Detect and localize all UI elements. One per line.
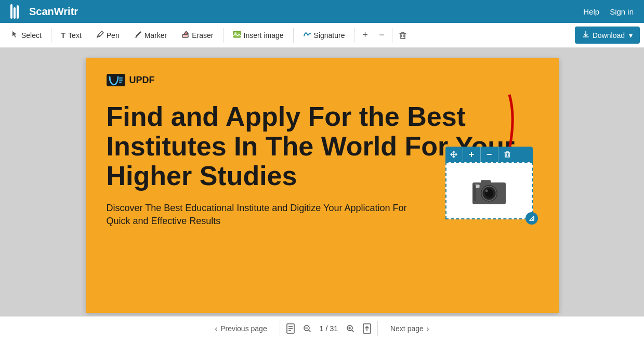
download-chevron-icon: ▾ [629,31,633,40]
svg-rect-3 [135,37,137,38]
zoom-out-icon[interactable] [299,320,316,337]
cursor-icon [11,31,19,40]
divider-4 [354,28,354,43]
next-page-btn[interactable]: Next page › [380,320,440,337]
image-icon [233,31,241,40]
doc-logo-text: UPDF [129,75,155,86]
svg-rect-4 [182,34,188,37]
divider-3 [293,28,294,43]
select-tool[interactable]: Select [4,28,49,43]
updf-logo-icon [107,74,125,86]
insert-image-tool[interactable]: Insert image [226,28,291,43]
svg-rect-9 [119,80,123,81]
svg-rect-8 [119,77,123,79]
bottom-divider-2 [377,321,378,336]
camera-icon [468,173,510,209]
svg-point-16 [485,190,488,192]
main-content: UPDF Find and Apply For the Best Institu… [0,48,644,316]
toolbar: Select T Text Pen Marker [0,23,644,48]
eraser-icon [181,31,189,40]
svg-rect-17 [481,180,491,184]
widget-move-btn[interactable] [445,147,463,162]
pen-icon [96,31,104,40]
zoom-in-icon[interactable] [342,320,359,337]
delete-btn[interactable] [395,27,411,44]
nav-links: Help Sign in [583,7,634,16]
bottom-navigation: ‹ Previous page 1 / 31 Next page [0,316,644,340]
zoom-in-btn[interactable]: + [357,27,373,44]
text-tool[interactable]: T Text [54,28,89,43]
previous-page-btn[interactable]: ‹ Previous page [205,320,278,337]
widget-delete-btn[interactable] [498,147,516,162]
divider-5 [392,28,392,43]
document-page: UPDF Find and Apply For the Best Institu… [86,58,559,313]
widget-resize-handle[interactable] [525,212,538,225]
bottom-divider-1 [280,321,280,336]
zoom-out-btn[interactable]: − [373,27,390,44]
logo-icon [10,4,25,19]
marker-tool[interactable]: Marker [127,28,175,43]
doc-logo: UPDF [107,74,538,86]
signature-tool[interactable]: Signature [296,28,352,43]
signature-icon [303,31,311,40]
widget-add-btn[interactable]: + [463,147,481,162]
divider-1 [51,28,51,43]
download-button[interactable]: Download ▾ [575,27,640,44]
marker-icon [134,31,142,40]
divider-2 [223,28,224,43]
help-link[interactable]: Help [583,7,599,16]
app-logo: ScanWritr [10,4,78,19]
page-indicator: 1 / 31 [316,324,342,333]
top-navigation: ScanWritr Help Sign in [0,0,644,23]
doc-subtext: Discover The Best Educational Institute … [107,202,408,228]
eraser-tool[interactable]: Eraser [174,28,220,43]
svg-rect-2 [17,5,19,19]
image-widget: + − [445,147,533,219]
download-icon [582,31,589,40]
svg-rect-1 [14,7,16,19]
pen-tool[interactable]: Pen [89,28,127,43]
image-widget-box[interactable] [445,162,533,219]
svg-rect-20 [473,185,476,201]
next-chevron-icon: › [427,324,429,333]
sign-in-link[interactable]: Sign in [610,7,634,16]
widget-toolbar: + − [445,147,533,162]
prev-chevron-icon: ‹ [215,324,218,333]
widget-minus-btn[interactable]: − [481,147,498,162]
text-icon: T [61,31,65,40]
app-name: ScanWritr [29,6,78,18]
page-thumbnail-btn[interactable] [282,320,299,337]
upload-btn[interactable] [359,320,375,337]
svg-rect-0 [10,4,12,19]
svg-rect-10 [119,82,122,83]
